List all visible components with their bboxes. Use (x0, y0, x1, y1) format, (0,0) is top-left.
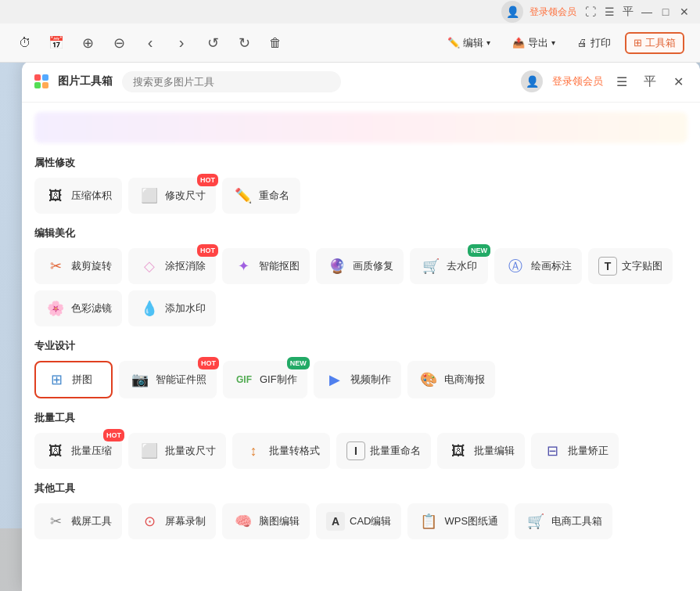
panel-login-btn[interactable]: 登录领会员 (552, 74, 603, 88)
bcompress-badge: HOT (103, 429, 124, 441)
calendar-icon[interactable]: 📅 (47, 34, 66, 52)
color-icon: 🌸 (45, 297, 66, 319)
toolbox-grid-icon: ⊞ (634, 37, 642, 49)
tool-annotate[interactable]: Ⓐ 绘画标注 (494, 248, 582, 284)
tool-addwm[interactable]: 💧 添加水印 (128, 290, 216, 326)
ecom2-label: 电商工具箱 (551, 514, 602, 528)
gif-label: GIF制作 (260, 373, 297, 387)
panel-avatar: 👤 (521, 70, 543, 92)
panel-title: 图片工具箱 (58, 74, 113, 88)
wps-icon: 📋 (418, 510, 440, 532)
tool-compress[interactable]: 🖼 压缩体积 (34, 178, 122, 214)
tool-erase[interactable]: HOT ◇ 涂抠消除 (128, 248, 216, 284)
tool-color[interactable]: 🌸 色彩滤镜 (34, 290, 122, 326)
bcompress-icon: 🖼 (45, 440, 66, 462)
panel-pin-icon[interactable]: 平 (641, 72, 659, 91)
quality-label: 画质修复 (353, 259, 393, 273)
rotate-right-icon[interactable]: ↻ (235, 34, 253, 52)
window-login-link[interactable]: 登录领会员 (529, 5, 576, 19)
edit-arrow: ▾ (486, 38, 490, 47)
annotate-icon: Ⓐ (504, 255, 526, 277)
print-label: 打印 (591, 36, 611, 50)
tool-video[interactable]: ▶ 视频制作 (314, 361, 401, 398)
tool-record[interactable]: ⊙ 屏幕录制 (128, 503, 216, 539)
compress-label: 压缩体积 (71, 189, 112, 203)
next-icon[interactable]: › (172, 34, 191, 52)
tool-resize[interactable]: HOT ⬜ 修改尺寸 (128, 178, 216, 214)
bedit-label: 批量编辑 (474, 444, 515, 458)
tool-bedit[interactable]: 🖼 批量编辑 (437, 433, 525, 469)
zoom-out-icon[interactable]: ⊖ (109, 34, 128, 52)
rotate-left-icon[interactable]: ↺ (203, 34, 222, 52)
collage-icon: ⊞ (45, 369, 67, 391)
panel-menu-icon[interactable]: ☰ (612, 72, 631, 91)
tool-idphoto[interactable]: HOT 📷 智能证件照 (119, 361, 217, 398)
tool-bconvert[interactable]: ↕ 批量转格式 (232, 433, 330, 469)
erase-label: 涂抠消除 (165, 259, 206, 273)
minimize-btn[interactable]: — (639, 4, 655, 20)
bcorrect-label: 批量矫正 (568, 444, 608, 458)
panel-close-icon[interactable]: ✕ (669, 72, 687, 91)
cad-icon: A (326, 512, 345, 531)
crop-icon: ✂ (45, 255, 66, 277)
bcompress-label: 批量压缩 (71, 444, 112, 458)
export-icon: 📤 (512, 37, 525, 49)
time-icon[interactable]: ⏱ (16, 34, 34, 52)
annotate-label: 绘画标注 (531, 259, 572, 273)
brename-label: 批量重命名 (370, 444, 421, 458)
window-controls: ⛶ ☰ 平 — □ ✕ (583, 4, 692, 20)
print-btn[interactable]: 🖨 打印 (569, 33, 619, 53)
maximize-btn[interactable]: □ (658, 4, 673, 20)
tool-cutout[interactable]: ✦ 智能抠图 (222, 248, 310, 284)
tool-cad[interactable]: A CAD编辑 (316, 503, 401, 539)
watermark-remove-badge: NEW (468, 244, 490, 257)
avatar: 👤 (501, 1, 523, 23)
bedit-icon: 🖼 (447, 440, 469, 462)
menu-btn[interactable]: ☰ (601, 4, 617, 20)
search-input[interactable] (122, 71, 341, 92)
toolbox-btn[interactable]: ⊞ 工具箱 (625, 32, 684, 54)
section-batch: 批量工具 HOT 🖼 批量压缩 ⬜ 批量改尺寸 ↕ 批量转格式 I 批量重命名 (34, 411, 687, 469)
brain-icon: 🧠 (232, 510, 254, 532)
section-property-title: 属性修改 (34, 156, 687, 170)
prev-icon[interactable]: ‹ (141, 34, 160, 52)
tool-bresize[interactable]: ⬜ 批量改尺寸 (128, 433, 226, 469)
tool-quality[interactable]: 🔮 画质修复 (316, 248, 404, 284)
tool-crop[interactable]: ✂ 裁剪旋转 (34, 248, 122, 284)
window-bar: 👤 登录领会员 ⛶ ☰ 平 — □ ✕ (0, 0, 700, 23)
bcorrect-icon: ⊟ (541, 440, 563, 462)
tool-text[interactable]: T 文字贴图 (588, 248, 673, 284)
batch-tools-grid: HOT 🖼 批量压缩 ⬜ 批量改尺寸 ↕ 批量转格式 I 批量重命名 🖼 (34, 433, 687, 469)
section-design-title: 专业设计 (34, 339, 687, 353)
other-tools-grid: ✂ 截屏工具 ⊙ 屏幕录制 🧠 脑图编辑 A CAD编辑 📋 WPS图纸 (34, 503, 687, 539)
bresize-label: 批量改尺寸 (165, 444, 216, 458)
tool-bcorrect[interactable]: ⊟ 批量矫正 (531, 433, 619, 469)
tool-bcompress[interactable]: HOT 🖼 批量压缩 (34, 433, 122, 469)
tool-ecommerce[interactable]: 🎨 电商海报 (407, 361, 495, 398)
wps-label: WPS图纸通 (444, 514, 498, 528)
gif-icon: GIF (233, 369, 255, 391)
expand-btn[interactable]: ⛶ (583, 4, 598, 20)
tool-ecom2[interactable]: 🛒 电商工具箱 (515, 503, 612, 539)
rename-label: 重命名 (259, 189, 289, 203)
tool-brename[interactable]: I 批量重命名 (336, 433, 431, 469)
tool-screenshot[interactable]: ✂ 截屏工具 (34, 503, 122, 539)
erase-icon: ◇ (138, 255, 160, 277)
video-label: 视频制作 (350, 373, 391, 387)
tool-wps[interactable]: 📋 WPS图纸通 (407, 503, 508, 539)
edit-btn[interactable]: ✏️ 编辑 ▾ (440, 33, 498, 53)
pin-btn[interactable]: 平 (620, 4, 636, 20)
tool-watermark-remove[interactable]: NEW 🛒 去水印 (410, 248, 488, 284)
tool-gif[interactable]: NEW GIF GIF制作 (223, 361, 307, 398)
tool-brain[interactable]: 🧠 脑图编辑 (222, 503, 310, 539)
section-design: 专业设计 ⊞ 拼图 HOT 📷 智能证件照 NEW GIF GIF制作 ▶ (34, 339, 687, 398)
tool-collage[interactable]: ⊞ 拼图 (34, 361, 113, 398)
tool-rename[interactable]: ✏️ 重命名 (222, 178, 300, 214)
close-btn[interactable]: ✕ (677, 4, 692, 20)
zoom-in-icon[interactable]: ⊕ (78, 34, 97, 52)
logo-dot-1 (34, 74, 41, 81)
export-btn[interactable]: 📤 导出 ▾ (504, 33, 563, 53)
logo-dot-2 (42, 74, 48, 81)
resize-icon: ⬜ (138, 185, 160, 207)
delete-icon[interactable]: 🗑 (266, 34, 285, 52)
